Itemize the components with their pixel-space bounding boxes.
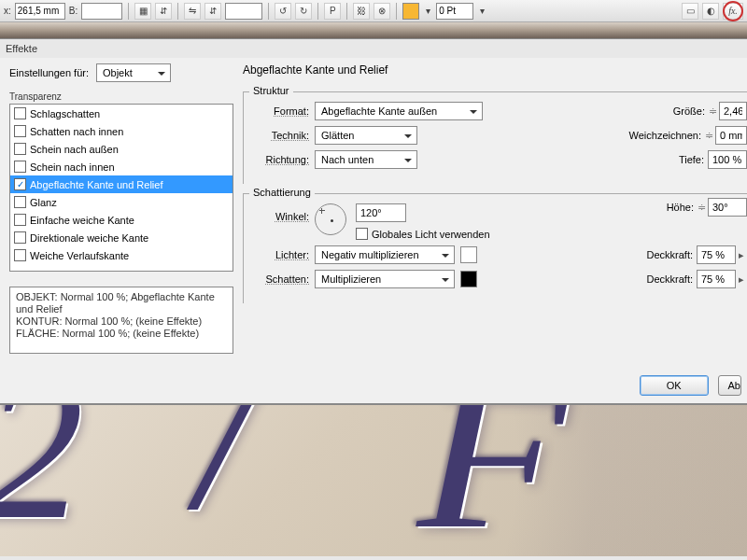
schatten-deck-input[interactable]	[697, 270, 736, 288]
lichter-color-swatch[interactable]	[460, 246, 477, 263]
checkbox-icon[interactable]	[14, 143, 26, 155]
schatten-color-swatch[interactable]	[460, 271, 477, 287]
technik-label: Technik:	[253, 130, 309, 141]
schatten-label: Schatten:	[253, 273, 309, 285]
list-item-schein-innen[interactable]: Schein nach innen	[10, 158, 233, 175]
distribute-icon[interactable]: ⇵	[155, 3, 172, 20]
schattierung-legend: Schattierung	[249, 187, 315, 198]
angle-dial[interactable]	[315, 203, 346, 235]
effect-heading: Abgeflachte Kante und Relief	[243, 63, 388, 77]
checkbox-icon[interactable]	[14, 125, 26, 137]
chevron-right-icon[interactable]: ▸	[736, 249, 747, 261]
list-item-schlagschatten[interactable]: Schlagschatten	[10, 105, 233, 122]
top-toolbar: x: B: ▦ ⇵ ⇋ ⇵ ↺ ↻ P ⛓ ⊗ ▾ ▾ ▭ ◐ fx.	[0, 0, 747, 22]
ok-button[interactable]: OK	[640, 375, 709, 396]
checkbox-icon[interactable]	[14, 161, 26, 173]
stepper-icon[interactable]: ≑	[698, 202, 706, 214]
weich-label: Weichzeichnen:	[617, 130, 701, 141]
checkbox-icon[interactable]	[14, 231, 26, 244]
align-icon[interactable]: ▦	[134, 3, 151, 20]
document-preview: 2 / F	[0, 403, 747, 556]
global-light-checkbox[interactable]	[356, 228, 368, 240]
list-item-verlaufskante[interactable]: Weiche Verlaufskante	[10, 246, 233, 264]
pt-dropdown-icon[interactable]: ▾	[477, 3, 486, 20]
preview-glyph: /	[196, 403, 253, 556]
stepper-icon[interactable]: ≑	[709, 105, 717, 118]
technik-select[interactable]: Glätten	[315, 126, 417, 145]
b-field[interactable]	[81, 3, 122, 20]
separator	[128, 3, 129, 20]
struktur-legend: Struktur	[249, 85, 293, 96]
winkel-input[interactable]	[356, 203, 406, 222]
lichter-select[interactable]: Negativ multiplizieren	[315, 245, 455, 264]
format-value: Abgeflachte Kante außen	[321, 105, 437, 117]
settings-for-label: Einstellungen für:	[9, 67, 89, 78]
flip-v-icon[interactable]: ⇵	[204, 3, 221, 20]
checkbox-icon[interactable]: ✓	[14, 178, 26, 190]
checkbox-icon[interactable]	[14, 214, 26, 226]
settings-for-select[interactable]: Objekt	[96, 63, 171, 82]
rotate-cw-icon[interactable]: ↻	[295, 3, 312, 20]
checkbox-icon[interactable]	[14, 107, 26, 119]
list-item-label: Schlagschatten	[30, 108, 100, 119]
richtung-select[interactable]: Nach unten	[315, 150, 417, 169]
link-icon[interactable]: ⛓	[353, 3, 370, 20]
groesse-label: Größe:	[621, 105, 705, 117]
stepper-icon[interactable]: ≑	[705, 130, 713, 142]
chevron-right-icon[interactable]: ▸	[736, 273, 747, 286]
lichter-deck-input[interactable]	[697, 245, 736, 264]
list-item-schatten-innen[interactable]: Schatten nach innen	[10, 122, 233, 140]
fill-color-swatch[interactable]	[402, 3, 419, 20]
list-item-label: Abgeflachte Kante und Relief	[30, 179, 163, 190]
ok-label: OK	[667, 380, 682, 391]
tiefe-input[interactable]	[708, 150, 747, 169]
transparency-group-label: Transparenz	[9, 91, 233, 102]
hoehe-label: Höhe:	[647, 202, 694, 213]
x-field[interactable]	[15, 3, 65, 20]
panel-title: Effekte	[0, 39, 747, 58]
global-light-label: Globales Licht verwenden	[372, 229, 490, 240]
preview-icon[interactable]: ▭	[682, 3, 698, 20]
list-item-schein-aussen[interactable]: Schein nach außen	[10, 140, 233, 158]
schatten-select[interactable]: Multiplizieren	[315, 270, 455, 288]
struktur-fieldset: Struktur Format: Abgeflachte Kante außen…	[243, 91, 747, 184]
cancel-label: Ab	[728, 380, 740, 391]
rotate-ccw-icon[interactable]: ↺	[275, 3, 291, 20]
preview-glyph: F	[417, 403, 568, 556]
lichter-value: Negativ multiplizieren	[321, 249, 419, 260]
paragraph-icon[interactable]: P	[324, 3, 341, 20]
summary-line: FLÄCHE: Normal 100 %; (keine Effekte)	[16, 328, 227, 340]
document-strip	[0, 22, 747, 39]
flip-h-icon[interactable]: ⇋	[184, 3, 201, 20]
schattierung-fieldset: Schattierung Winkel: Globales Licht verw…	[243, 193, 747, 303]
effects-dialog: Einstellungen für: Objekt Abgeflachte Ka…	[0, 58, 747, 403]
tiefe-label: Tiefe:	[620, 154, 704, 165]
opacity-icon[interactable]: ◐	[702, 3, 719, 20]
hoehe-input[interactable]	[708, 198, 747, 217]
richtung-value: Nach unten	[321, 154, 374, 165]
settings-for-value: Objekt	[103, 67, 133, 78]
list-item-direktionale-kante[interactable]: Direktionale weiche Kante	[10, 229, 233, 246]
summary-line: KONTUR: Normal 100 %; (keine Effekte)	[16, 315, 227, 328]
effects-list: Schlagschatten Schatten nach innen Schei…	[9, 104, 233, 272]
color-dropdown-icon[interactable]: ▾	[423, 3, 432, 20]
weich-input[interactable]	[715, 126, 747, 145]
checkbox-icon[interactable]	[14, 196, 26, 208]
groesse-input[interactable]	[719, 102, 747, 120]
list-item-label: Schein nach außen	[30, 144, 119, 155]
list-item-einfache-kante[interactable]: Einfache weiche Kante	[10, 211, 233, 229]
lichter-label: Lichter:	[253, 249, 309, 260]
fx-icon[interactable]: fx.	[723, 3, 743, 20]
lichter-deck-label: Deckkraft:	[627, 249, 693, 260]
list-item-label: Glanz	[30, 197, 57, 208]
list-item-label: Einfache weiche Kante	[30, 215, 134, 226]
list-item-bevel[interactable]: ✓Abgeflachte Kante und Relief	[10, 175, 233, 193]
list-item-glanz[interactable]: Glanz	[10, 193, 233, 211]
checkbox-icon[interactable]	[14, 249, 26, 261]
pt-field[interactable]	[436, 3, 473, 20]
field-2[interactable]	[225, 3, 262, 20]
cancel-button[interactable]: Ab	[718, 375, 741, 396]
break-link-icon[interactable]: ⊗	[374, 3, 390, 20]
list-item-label: Schein nach innen	[30, 161, 115, 173]
format-select[interactable]: Abgeflachte Kante außen	[315, 102, 483, 120]
